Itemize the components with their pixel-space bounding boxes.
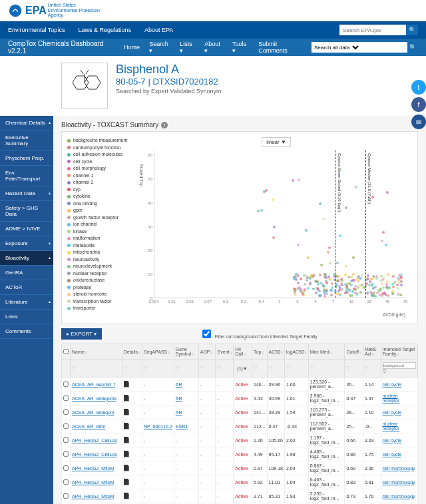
filter-checkbox-row[interactable]: Filter out background from Intended Targ… bbox=[102, 330, 418, 339]
col-header[interactable]: SeqAPASS≡ bbox=[142, 344, 174, 360]
svg-marker-1 bbox=[73, 76, 89, 89]
col-header[interactable]: AOP≡ bbox=[198, 344, 216, 360]
sidebar-item-links[interactable]: Links bbox=[0, 310, 53, 324]
col-header[interactable]: Hit Call≡ bbox=[234, 344, 252, 360]
nav-tools[interactable]: Tools ▾ bbox=[232, 41, 249, 54]
col-header[interactable]: Cutoff≡ bbox=[345, 344, 363, 360]
sidebar-item-actor[interactable]: ACToR bbox=[0, 280, 53, 295]
sidebar-item-executive-summary[interactable]: Executive Summary bbox=[0, 130, 53, 151]
col-header[interactable]: logAC50≡ bbox=[284, 344, 308, 360]
scatter-plot[interactable]: Cytotox Lower Bound (6.19 (log))Cytotox … bbox=[154, 150, 405, 298]
dashboard-search-button[interactable]: 🔍 bbox=[407, 42, 418, 53]
export-button[interactable]: ▸ EXPORT ▾ bbox=[61, 328, 102, 340]
sidebar-item-env-fate-transport[interactable]: Env. Fate/Transport bbox=[0, 166, 53, 186]
x-axis-label: AC50 (μM) bbox=[383, 312, 405, 317]
col-header[interactable]: MaxE Act≡ bbox=[363, 344, 381, 360]
epa-search-button[interactable]: 🔍 bbox=[406, 25, 418, 35]
nav-lists[interactable]: Lists ▾ bbox=[180, 41, 195, 54]
sidebar-item-safety-ghs-data[interactable]: Safety > GHS Data bbox=[0, 201, 53, 222]
col-header[interactable]: Gene Symbol≡ bbox=[174, 344, 198, 360]
col-header[interactable]: Details≡ bbox=[122, 344, 142, 360]
sidebar-item-bioactivity[interactable]: Bioactivity▴ bbox=[0, 251, 53, 266]
sidebar-item-physchem-prop-[interactable]: Physchem Prop. bbox=[0, 151, 53, 166]
col-header[interactable]: Intended Target Family≡ bbox=[381, 344, 417, 360]
compound-subtitle: Searched by Expert Validated Synonym. bbox=[116, 88, 223, 95]
info-icon[interactable]: i bbox=[161, 122, 168, 128]
structure-image bbox=[61, 63, 108, 109]
table-row[interactable]: ACEA_ER_80hrNP_000116.2ESR1--Active112..… bbox=[62, 419, 418, 433]
share-twitter-icon[interactable]: t bbox=[411, 80, 426, 95]
table-row[interactable]: APR_HepG2_MitoM----Active2.7185.311.932.… bbox=[62, 489, 418, 503]
table-row[interactable]: APR_HepG2_MitoM----Active5.9211.011.046.… bbox=[62, 475, 418, 489]
sidebar-item-genra[interactable]: GenRA bbox=[0, 266, 53, 280]
epa-logo[interactable]: EPA bbox=[8, 3, 47, 18]
col-header[interactable]: Max Med≡ bbox=[308, 344, 345, 360]
nav-about[interactable]: About EPA bbox=[144, 27, 173, 33]
svg-marker-2 bbox=[85, 76, 101, 89]
svg-point-0 bbox=[9, 4, 21, 16]
table-row[interactable]: APR_HepG2_MitoM----Active0.87109.182.040… bbox=[62, 461, 418, 475]
sidebar-item-exposure[interactable]: Exposure▴ bbox=[0, 236, 53, 251]
compound-name: Bisphenol A bbox=[116, 63, 223, 77]
section-title: Bioactivity - TOXCAST Summaryi bbox=[61, 121, 418, 128]
scale-select[interactable]: linear ▼ bbox=[262, 137, 291, 147]
compound-ids: 80-05-7 | DTXSID7020182 bbox=[116, 77, 223, 87]
sidebar-item-adme-ivive[interactable]: ADME > IVIVE bbox=[0, 222, 53, 236]
filter-background-checkbox[interactable] bbox=[202, 330, 211, 338]
dashboard-title: CompTox Chemicals Dashboard v2.2.1 bbox=[8, 40, 110, 55]
nav-topics[interactable]: Environmental Topics bbox=[8, 27, 65, 33]
sidebar-item-literature[interactable]: Literature▴ bbox=[0, 295, 53, 310]
col-header[interactable]: AC50≡ bbox=[267, 344, 284, 360]
col-header[interactable]: Name≡ bbox=[71, 344, 122, 360]
chart-legend: background measurementcardiomyocyte func… bbox=[67, 137, 140, 318]
nav-search[interactable]: Search ▾ bbox=[149, 41, 170, 54]
nav-about2[interactable]: About ▾ bbox=[204, 41, 223, 54]
sidebar-item-chemical-details[interactable]: Chemical Details▴ bbox=[0, 116, 53, 130]
col-header[interactable] bbox=[62, 344, 71, 360]
share-email-icon[interactable]: ✉ bbox=[411, 115, 426, 129]
epa-tagline: United StatesEnvironmental ProtectionAge… bbox=[48, 3, 100, 18]
table-row[interactable]: ACEA_AR_antagoni-AR--Active141...39.291.… bbox=[62, 405, 418, 419]
nav-laws[interactable]: Laws & Regulations bbox=[78, 27, 131, 33]
table-row[interactable]: ACEA_AR_antagonis-AR--Active3.4340.991.6… bbox=[62, 391, 418, 405]
dashboard-search-input[interactable] bbox=[361, 42, 407, 53]
epa-search-input[interactable] bbox=[339, 25, 406, 35]
search-scope-select[interactable]: Search all data bbox=[312, 42, 361, 53]
nav-home[interactable]: Home bbox=[124, 44, 140, 51]
svg-line-5 bbox=[86, 70, 89, 74]
table-row[interactable]: APR_HepG2_CellLos----Active1.20105.662.0… bbox=[62, 433, 418, 447]
table-row[interactable]: APR_HepG2_CellLos----Active4.4995.171.98… bbox=[62, 447, 418, 461]
svg-line-4 bbox=[81, 70, 83, 74]
col-header[interactable]: Event≡ bbox=[216, 344, 234, 360]
table-row[interactable]: ACEA_AR_agonist_f-AR--Active146...39.961… bbox=[62, 378, 418, 391]
nav-submit[interactable]: Submit Comments bbox=[258, 41, 302, 54]
sidebar-item-hazard-data[interactable]: Hazard Data▴ bbox=[0, 186, 53, 201]
col-header[interactable]: Top≡ bbox=[252, 344, 268, 360]
share-facebook-icon[interactable]: f bbox=[411, 97, 426, 112]
sidebar-item-comments[interactable]: Comments bbox=[0, 324, 53, 339]
